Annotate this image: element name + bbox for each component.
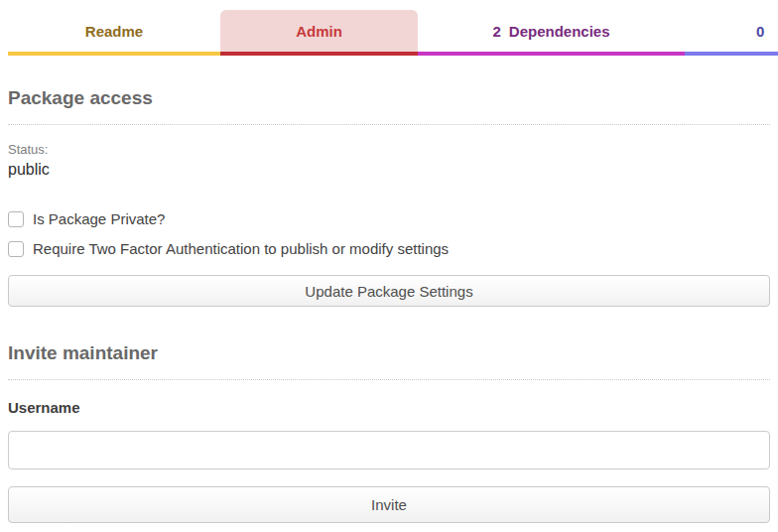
is-package-private-row[interactable]: Is Package Private? (8, 210, 770, 228)
package-access-heading: Package access (8, 87, 770, 109)
username-label: Username (8, 399, 770, 417)
is-package-private-checkbox[interactable] (8, 211, 24, 227)
admin-panel: Package access Status: public Is Package… (0, 87, 778, 523)
package-tab-bar: Readme Admin 2 Dependencies 0 (0, 0, 778, 56)
require-2fa-label: Require Two Factor Authentication to pub… (33, 240, 449, 258)
require-2fa-row[interactable]: Require Two Factor Authentication to pub… (8, 240, 770, 258)
status-label: Status: (8, 142, 770, 157)
status-value: public (8, 160, 770, 180)
tab-readme-label: Readme (85, 23, 143, 40)
tab-dependencies-label: Dependencies (509, 23, 610, 40)
tab-readme[interactable]: Readme (8, 10, 220, 56)
is-package-private-label: Is Package Private? (33, 210, 165, 228)
update-package-settings-button[interactable]: Update Package Settings (8, 275, 770, 307)
tab-admin-label: Admin (296, 23, 342, 40)
tab-admin[interactable]: Admin (220, 10, 418, 56)
tab-dependents-count: 0 (756, 23, 764, 40)
username-input[interactable] (8, 431, 770, 469)
section-divider (8, 379, 770, 380)
tab-dependents[interactable]: 0 (685, 10, 778, 56)
package-settings-checkboxes: Is Package Private? Require Two Factor A… (8, 210, 770, 258)
require-2fa-checkbox[interactable] (8, 241, 24, 257)
tab-dependencies-count: 2 (492, 23, 500, 40)
invite-button[interactable]: Invite (8, 486, 770, 523)
invite-maintainer-heading: Invite maintainer (8, 342, 770, 364)
tab-dependencies[interactable]: 2 Dependencies (418, 10, 685, 56)
section-divider (8, 124, 770, 125)
